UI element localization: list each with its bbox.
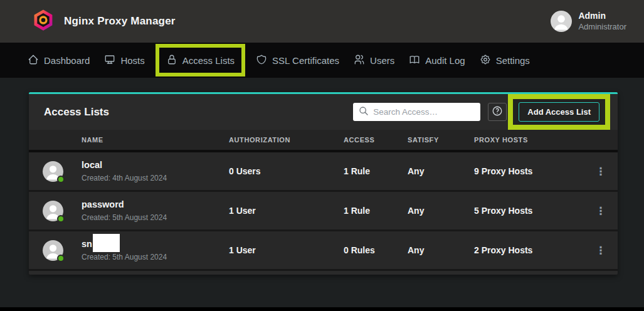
home-icon xyxy=(28,54,39,67)
nav-item-users[interactable]: Users xyxy=(354,54,394,67)
access-lists-panel: Access Lists Add Access List NAM xyxy=(29,92,618,275)
panel-footer xyxy=(29,271,618,275)
nav-item-settings[interactable]: Settings xyxy=(480,54,530,67)
search-box xyxy=(353,103,480,121)
access-list-created: Created: 5th August 2024 xyxy=(82,213,167,222)
proxy-hosts-value: 5 Proxy Hosts xyxy=(474,206,594,216)
column-header-access: ACCESS xyxy=(344,136,408,144)
access-value: 0 Rules xyxy=(344,245,408,255)
proxy-hosts-value: 9 Proxy Hosts xyxy=(474,166,594,176)
nav-label: Hosts xyxy=(120,55,144,66)
nav-item-hosts[interactable]: Hosts xyxy=(104,54,144,67)
column-header-proxy-hosts: PROXY HOSTS xyxy=(474,136,594,144)
access-list-avatar xyxy=(43,240,63,261)
table-row[interactable]: password Created: 5th August 2024 1 User… xyxy=(29,192,618,231)
panel-header: Access Lists Add Access List xyxy=(29,94,618,130)
nav-label: Access Lists xyxy=(182,55,235,66)
help-icon xyxy=(492,105,503,119)
user-name: Admin xyxy=(578,11,626,22)
nav-label: Settings xyxy=(496,55,530,66)
users-icon xyxy=(354,54,365,67)
app-title: Nginx Proxy Manager xyxy=(64,15,176,28)
online-status-dot xyxy=(57,215,65,223)
search-icon xyxy=(359,106,369,119)
gear-icon xyxy=(480,54,491,67)
main-nav: Dashboard Hosts Access Lists SSL Certifi… xyxy=(0,43,644,78)
nav-item-dashboard[interactable]: Dashboard xyxy=(28,54,90,67)
lock-icon xyxy=(166,54,177,67)
add-access-list-button[interactable]: Add Access List xyxy=(519,102,599,122)
access-list-name: sn xyxy=(82,239,92,250)
book-icon xyxy=(409,54,420,67)
nav-label: Users xyxy=(370,55,394,66)
bottom-strip xyxy=(0,307,644,311)
brand: Nginx Proxy Manager xyxy=(31,8,176,34)
nav-label: SSL Certificates xyxy=(272,55,339,66)
row-menu-button[interactable]: ⋮ xyxy=(594,206,607,216)
access-value: 1 Rule xyxy=(344,206,408,216)
search-input[interactable] xyxy=(373,107,475,117)
access-list-name: local xyxy=(82,160,102,171)
access-list-created: Created: 5th August 2024 xyxy=(82,253,167,261)
authorization-value: 0 Users xyxy=(229,166,344,176)
access-list-name: password xyxy=(82,199,124,210)
page-title: Access Lists xyxy=(44,106,353,119)
authorization-value: 1 User xyxy=(229,206,344,216)
access-list-avatar xyxy=(43,161,63,182)
annotation-highlight-add-access-list: Add Access List xyxy=(508,94,610,130)
nav-item-ssl-certificates[interactable]: SSL Certificates xyxy=(256,54,339,67)
user-avatar xyxy=(551,11,572,32)
nav-item-audit-log[interactable]: Audit Log xyxy=(409,54,465,67)
column-header-name: NAME xyxy=(29,136,229,144)
table-header: NAME AUTHORIZATION ACCESS SATISFY PROXY … xyxy=(29,130,618,152)
satisfy-value: Any xyxy=(408,245,474,255)
column-header-authorization: AUTHORIZATION xyxy=(229,136,344,144)
authorization-value: 1 User xyxy=(229,245,344,255)
app-header: Nginx Proxy Manager Admin Administrator xyxy=(0,0,644,43)
access-list-avatar xyxy=(43,201,63,221)
access-list-created: Created: 4th August 2024 xyxy=(82,174,167,182)
monitor-icon xyxy=(104,54,115,67)
table-row[interactable]: local Created: 4th August 2024 0 Users 1… xyxy=(29,152,618,192)
online-status-dot xyxy=(57,255,65,262)
shield-icon xyxy=(256,54,267,67)
satisfy-value: Any xyxy=(408,166,474,176)
column-header-satisfy: SATISFY xyxy=(408,136,474,144)
access-value: 1 Rule xyxy=(344,166,408,176)
proxy-hosts-value: 2 Proxy Hosts xyxy=(474,245,594,255)
table-row[interactable]: sn Created: 5th August 2024 1 User 0 Rul… xyxy=(29,231,618,271)
help-button[interactable] xyxy=(488,103,507,121)
user-menu[interactable]: Admin Administrator xyxy=(551,11,626,32)
nav-label: Dashboard xyxy=(44,55,90,66)
user-role: Administrator xyxy=(578,22,626,32)
satisfy-value: Any xyxy=(408,206,474,216)
row-menu-button[interactable]: ⋮ xyxy=(594,245,607,256)
nav-label: Audit Log xyxy=(425,55,465,66)
nginx-proxy-manager-logo-icon xyxy=(31,8,55,34)
redaction-box xyxy=(93,234,120,252)
row-menu-button[interactable]: ⋮ xyxy=(594,166,607,177)
nav-item-access-lists[interactable]: Access Lists xyxy=(156,44,245,76)
online-status-dot xyxy=(57,176,65,183)
